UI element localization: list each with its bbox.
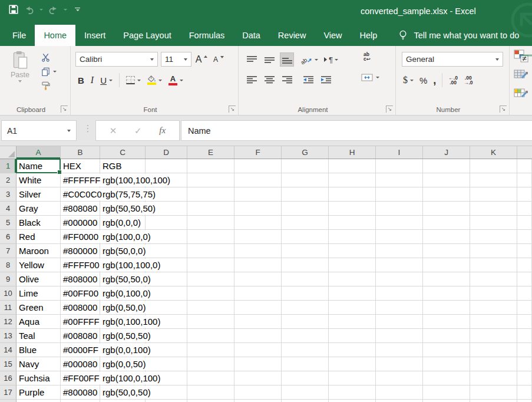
accounting-format-button[interactable]: $	[403, 75, 414, 85]
cell[interactable]: #008000	[61, 301, 100, 315]
cell[interactable]	[423, 258, 470, 272]
cell[interactable]	[423, 400, 470, 402]
cell[interactable]	[376, 173, 423, 187]
cell[interactable]	[376, 258, 423, 272]
row-header[interactable]: 2	[0, 173, 16, 187]
cell[interactable]: #000080	[61, 357, 100, 371]
cell[interactable]: Navy	[16, 357, 61, 371]
font-size-combobox[interactable]: 11	[161, 52, 191, 67]
cell[interactable]	[282, 187, 329, 202]
cell[interactable]	[187, 343, 234, 357]
cell[interactable]	[234, 343, 282, 357]
cell[interactable]: Fuchsia	[16, 371, 61, 385]
cell[interactable]	[376, 159, 423, 173]
column-header-c[interactable]: C	[100, 146, 146, 159]
conditional-formatting-icon[interactable]	[514, 50, 529, 64]
cut-button[interactable]	[41, 53, 57, 62]
row-header[interactable]: 6	[0, 230, 16, 244]
underline-button[interactable]: U	[100, 75, 107, 85]
copy-button[interactable]	[41, 67, 57, 76]
cell[interactable]: Lime	[16, 286, 61, 301]
cell[interactable]	[234, 371, 282, 385]
cell[interactable]	[376, 357, 423, 371]
column-header-a[interactable]: A	[16, 146, 61, 159]
cell[interactable]	[329, 187, 376, 202]
cell[interactable]	[282, 371, 329, 385]
cell[interactable]	[282, 202, 329, 216]
cell[interactable]	[234, 315, 282, 329]
cell[interactable]	[329, 329, 376, 343]
row-header[interactable]: 9	[0, 272, 16, 286]
cell[interactable]	[329, 357, 376, 371]
increase-decimal-button[interactable]: ←.0 .00	[448, 75, 458, 85]
cell[interactable]	[187, 272, 234, 286]
align-top-button[interactable]	[244, 52, 259, 67]
cell[interactable]	[329, 400, 376, 402]
row-header[interactable]: 7	[0, 244, 16, 258]
cell[interactable]	[234, 329, 282, 343]
ribbon-tab[interactable]: View	[315, 25, 351, 46]
cell[interactable]: rgb(0,100,100)	[100, 315, 146, 329]
italic-button[interactable]: I	[91, 75, 94, 85]
cell[interactable]	[187, 202, 234, 216]
cell[interactable]	[146, 216, 187, 230]
cell[interactable]	[282, 286, 329, 301]
cell[interactable]: Yellow	[16, 258, 61, 272]
cell[interactable]	[282, 315, 329, 329]
cell[interactable]	[470, 301, 517, 315]
cell[interactable]	[470, 230, 517, 244]
cell[interactable]: #FF00FF	[61, 371, 100, 385]
name-box-dropdown-icon[interactable]	[67, 130, 71, 132]
font-name-combobox[interactable]: Calibri	[75, 52, 158, 67]
cell[interactable]	[282, 357, 329, 371]
cell[interactable]	[470, 159, 517, 173]
bold-button[interactable]: B	[78, 75, 84, 85]
cell[interactable]: #00FF00	[61, 286, 100, 301]
cell[interactable]: Aqua	[16, 315, 61, 329]
row-header[interactable]	[0, 400, 16, 402]
cell[interactable]	[376, 202, 423, 216]
cell[interactable]	[282, 343, 329, 357]
cell[interactable]	[470, 216, 517, 230]
cell[interactable]: HEX	[61, 159, 100, 173]
row-header[interactable]: 13	[0, 329, 16, 343]
cell[interactable]: rgb(0,0,100)	[100, 343, 146, 357]
cell[interactable]	[470, 272, 517, 286]
cell[interactable]	[376, 400, 423, 402]
row-header[interactable]: 16	[0, 371, 16, 385]
align-left-button[interactable]	[244, 73, 259, 87]
clipboard-dialog-launcher-icon[interactable]	[61, 106, 68, 113]
cell[interactable]	[146, 301, 187, 315]
column-header-h[interactable]: H	[329, 146, 376, 159]
cell[interactable]	[423, 301, 470, 315]
cell[interactable]: Olive	[16, 272, 61, 286]
cell[interactable]	[329, 159, 376, 173]
decrease-indent-button[interactable]	[301, 73, 315, 87]
cell[interactable]: rgb(75,75,75)	[100, 187, 146, 202]
cell[interactable]	[329, 216, 376, 230]
cell[interactable]	[234, 202, 282, 216]
align-right-button[interactable]	[280, 73, 294, 87]
cell[interactable]: Green	[16, 301, 61, 315]
decrease-decimal-button[interactable]: .00 →.0	[464, 75, 473, 85]
cell[interactable]: rgb(100,100,0)	[100, 258, 146, 272]
cell[interactable]	[282, 400, 329, 402]
cell[interactable]	[234, 357, 282, 371]
row-header[interactable]: 12	[0, 315, 16, 329]
cell[interactable]	[423, 315, 470, 329]
cell[interactable]	[61, 400, 100, 402]
format-as-table-icon[interactable]	[514, 70, 529, 83]
cell[interactable]: rgb(0,50,0)	[100, 301, 146, 315]
cell[interactable]	[234, 216, 282, 230]
save-icon[interactable]	[8, 4, 19, 15]
row-header[interactable]: 5	[0, 216, 16, 230]
cancel-icon[interactable]: ✕	[110, 126, 117, 136]
cell[interactable]: Purple	[16, 385, 61, 400]
cell[interactable]	[329, 371, 376, 385]
percent-style-button[interactable]: %	[419, 75, 427, 85]
name-box[interactable]: A1	[1, 120, 77, 141]
cell[interactable]: #FFFF00	[61, 258, 100, 272]
cell[interactable]	[234, 244, 282, 258]
cell[interactable]	[470, 244, 517, 258]
redo-icon[interactable]	[48, 5, 58, 14]
